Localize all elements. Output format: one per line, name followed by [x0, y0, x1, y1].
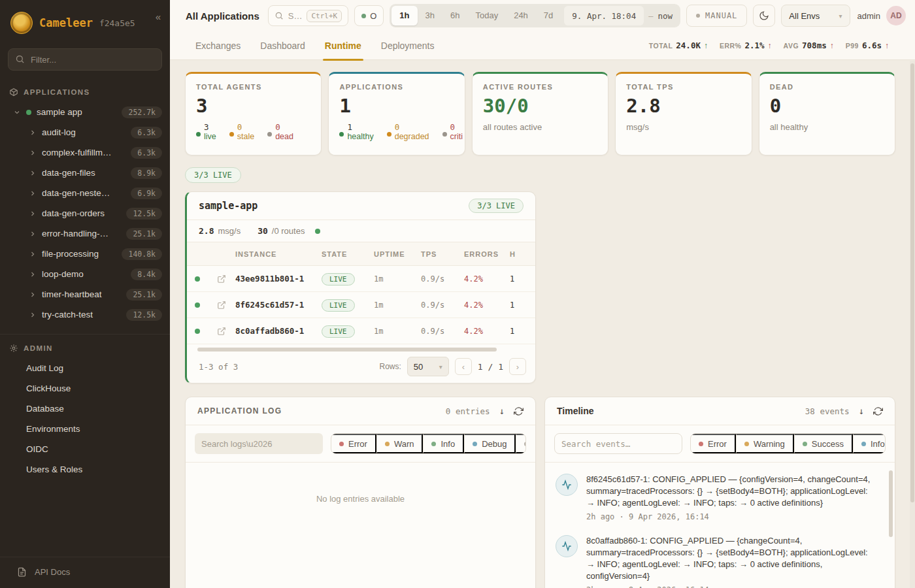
sidebar-route-data-gen-orders[interactable]: data-gen-orders 12.5k: [0, 203, 170, 223]
filter-info-button[interactable]: Info: [423, 434, 464, 453]
rows-per-page-select[interactable]: 50 ▾: [407, 357, 449, 376]
table-row[interactable]: 8f6245c61d57-1 LIVE 1m 0.9/s 4.2% 1: [187, 292, 535, 318]
route-count-badge: 25.1k: [126, 228, 162, 240]
dark-mode-toggle[interactable]: [753, 5, 775, 27]
filter-warn-button[interactable]: Warn: [376, 434, 424, 453]
admin-item-clickhouse[interactable]: ClickHouse: [0, 378, 170, 399]
download-icon[interactable]: ↓: [859, 406, 864, 416]
application-card-sample-app: sample-app 3/3 LIVE 2.8 msg/s 30 /0 rout…: [185, 191, 536, 384]
log-filter-row: Error Warn Info Debug Trace: [186, 425, 535, 463]
next-page-button[interactable]: ›: [509, 358, 526, 375]
card-value: 0: [770, 95, 884, 117]
page-title: All Applications: [186, 10, 259, 22]
filter-error-button[interactable]: Error: [691, 434, 736, 453]
global-search[interactable]: S… Ctrl+K: [268, 5, 348, 26]
date-start-picker[interactable]: 9. Apr. 18:04: [564, 6, 644, 25]
range-today[interactable]: Today: [467, 6, 506, 25]
date-end-picker[interactable]: now: [657, 11, 678, 21]
chevron-down-icon: ▾: [439, 363, 442, 370]
external-link-icon[interactable]: [208, 274, 235, 284]
tab-runtime[interactable]: Runtime: [315, 31, 371, 60]
breakdown-label: live: [204, 132, 216, 141]
admin-item-oidc[interactable]: OIDC: [0, 439, 170, 459]
route-count-badge: 6.3k: [131, 127, 162, 139]
range-3h[interactable]: 3h: [418, 6, 442, 25]
admin-item-users-roles[interactable]: Users & Roles: [0, 459, 170, 480]
filter-label: Info: [441, 439, 455, 449]
admin-item-database[interactable]: Database: [0, 399, 170, 419]
live-badge: 3/3 LIVE: [469, 199, 524, 213]
throughput-unit: msg/s: [218, 226, 241, 236]
timeline-event[interactable]: 8c0affadb860-1: CONFIG_APPLIED — {change…: [554, 528, 883, 588]
status-dot-critical: [442, 132, 447, 137]
admin-item-environments[interactable]: Environments: [0, 419, 170, 439]
external-link-icon[interactable]: [208, 301, 235, 310]
tab-deployments[interactable]: Deployments: [371, 31, 444, 60]
refresh-icon[interactable]: [873, 406, 883, 416]
environment-select[interactable]: All Envs ▾: [781, 5, 850, 27]
sidebar-filter-input[interactable]: [8, 48, 162, 71]
timeline-scrollbar-thumb[interactable]: [889, 470, 893, 537]
table-row[interactable]: 43ee9811b801-1 LIVE 1m 0.9/s 4.2% 1: [187, 266, 535, 292]
kpi-label: TOTAL: [649, 42, 673, 50]
error-dot: [339, 442, 344, 446]
api-docs-label: API Docs: [35, 567, 70, 577]
col-tps: TPS: [421, 250, 464, 258]
range-1h[interactable]: 1h: [391, 6, 417, 25]
sidebar-route-complex-fulfillm[interactable]: complex-fulfillm… 6.3k: [0, 142, 170, 163]
range-6h[interactable]: 6h: [442, 6, 467, 25]
admin-item-audit-log[interactable]: Audit Log: [0, 358, 170, 378]
online-status-pill[interactable]: O: [354, 5, 384, 26]
refresh-icon[interactable]: [514, 406, 524, 416]
kpi-label: AVG: [784, 42, 799, 50]
timeline-search-input[interactable]: [554, 433, 682, 454]
route-label: data-gen-orders: [42, 208, 105, 218]
log-search-input[interactable]: [195, 433, 323, 454]
avatar[interactable]: AD: [886, 6, 906, 25]
filter-debug-button[interactable]: Debug: [464, 434, 516, 453]
filter-success-button[interactable]: Success: [794, 434, 853, 453]
page-scrollbar[interactable]: [910, 61, 915, 588]
api-docs-link[interactable]: API Docs: [0, 557, 170, 588]
sidebar-route-loop-demo[interactable]: loop-demo 8.4k: [0, 264, 170, 284]
col-state: STATE: [322, 250, 374, 258]
filter-label: Info: [871, 439, 885, 449]
card-total-tps: TOTAL TPS 2.8 msg/s: [615, 72, 752, 155]
tab-exchanges[interactable]: Exchanges: [186, 31, 250, 60]
sidebar-app-sample-app[interactable]: sample app 252.7k: [0, 102, 170, 122]
sidebar-route-data-gen-neste[interactable]: data-gen-neste… 6.9k: [0, 183, 170, 203]
kpi-value: 6.6s: [862, 41, 882, 50]
card-title: TOTAL TPS: [626, 83, 740, 91]
health-dot: [315, 229, 320, 234]
table-row[interactable]: 8c0affadb860-1 LIVE 1m 0.9/s 4.2% 1: [187, 318, 535, 344]
filter-trace-button[interactable]: Trace: [516, 434, 526, 453]
sidebar-route-error-handling[interactable]: error-handling-… 25.1k: [0, 223, 170, 244]
external-link-icon[interactable]: [208, 327, 235, 336]
route-label: timer-heartbeat: [42, 289, 102, 299]
filter-info-button[interactable]: Info: [853, 434, 886, 453]
tab-dashboard[interactable]: Dashboard: [250, 31, 315, 60]
range-24h[interactable]: 24h: [506, 6, 536, 25]
uptime-cell: 1m: [374, 327, 421, 336]
instances-table-header: INSTANCE STATE UPTIME TPS ERRORS H: [187, 242, 535, 266]
filter-error-button[interactable]: Error: [331, 434, 376, 453]
page-scrollbar-thumb[interactable]: [910, 63, 914, 502]
sidebar-route-data-gen-files[interactable]: data-gen-files 8.9k: [0, 163, 170, 183]
sidebar-collapse-icon[interactable]: «: [156, 12, 161, 22]
sidebar-route-timer-heartbeat[interactable]: timer-heartbeat 25.1k: [0, 284, 170, 304]
kpi-err-pct: ERR% 2.1% ↑: [720, 41, 772, 50]
download-icon[interactable]: ↓: [499, 406, 505, 416]
chevron-right-icon: [29, 291, 37, 299]
manual-refresh-button[interactable]: MANUAL: [686, 5, 747, 27]
kpi-strip: TOTAL 24.0K ↑ ERR% 2.1% ↑ AVG 708ms ↑ P9…: [649, 41, 899, 50]
prev-page-button[interactable]: ‹: [455, 358, 472, 375]
trace-dot: [524, 442, 526, 446]
card-title: DEAD: [770, 83, 884, 91]
sidebar-route-file-processing[interactable]: file-processing 140.8k: [0, 244, 170, 264]
filter-warning-button[interactable]: Warning: [736, 434, 794, 453]
kpi-value: 2.1%: [744, 41, 764, 50]
timeline-event[interactable]: 8f6245c61d57-1: CONFIG_APPLIED — {config…: [554, 466, 883, 528]
sidebar-route-try-catch-test[interactable]: try-catch-test 12.5k: [0, 304, 170, 325]
sidebar-route-audit-log[interactable]: audit-log 6.3k: [0, 122, 170, 142]
range-7d[interactable]: 7d: [536, 6, 561, 25]
